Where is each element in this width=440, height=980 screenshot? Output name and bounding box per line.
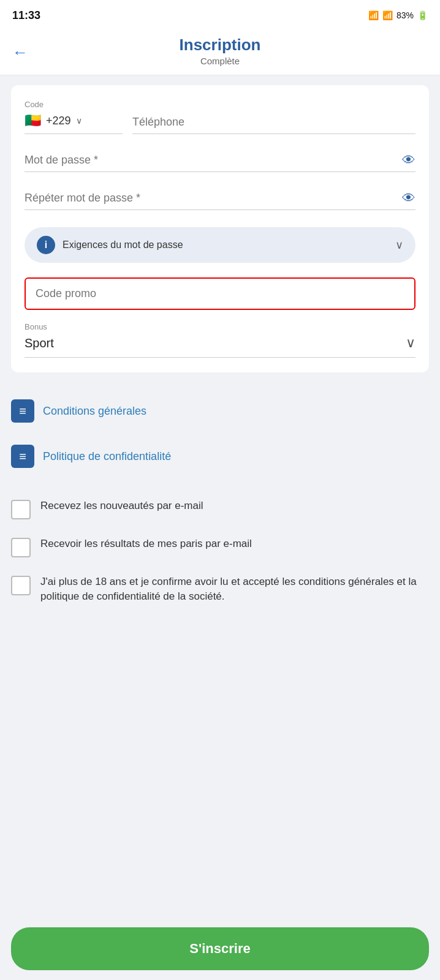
req-chevron-icon: ∨ — [395, 238, 403, 252]
bonus-label: Bonus — [25, 322, 415, 331]
flag-icon: 🇧🇯 — [25, 113, 41, 129]
repeat-password-input[interactable] — [25, 189, 415, 210]
phone-input-section — [132, 113, 415, 134]
repeat-password-eye-icon[interactable]: 👁 — [402, 190, 415, 206]
promo-code-input[interactable] — [36, 287, 404, 300]
password-field-row: 👁 — [25, 151, 415, 172]
checkbox-row-newsletter: Recevez les nouveautés par e-mail — [11, 490, 429, 528]
code-section: Code 🇧🇯 +229 ∨ — [25, 100, 123, 134]
country-chevron-icon: ∨ — [76, 116, 82, 126]
info-icon: i — [37, 236, 55, 254]
checkbox-row-results: Recevoir les résultats de mes paris par … — [11, 528, 429, 566]
country-code-selector[interactable]: 🇧🇯 +229 ∨ — [25, 113, 123, 134]
page-title: Inscription — [180, 36, 261, 55]
privacy-link[interactable]: Politique de confidentialité — [43, 450, 171, 463]
checkboxes-section: Recevez les nouveautés par e-mail Recevo… — [0, 485, 440, 617]
main-content: Code 🇧🇯 +229 ∨ 👁 👁 i — [0, 85, 440, 728]
links-section: ≡ Conditions générales ≡ Politique de co… — [0, 382, 440, 485]
results-label: Recevoir les résultats de mes paris par … — [40, 537, 252, 551]
back-button[interactable]: ← — [12, 43, 28, 62]
password-req-text: Exigences du mot de passe — [63, 239, 183, 251]
battery-icon: 🔋 — [417, 10, 428, 20]
status-icons: 📶 📶 83% 🔋 — [368, 10, 428, 20]
status-bar: 11:33 📶 📶 83% 🔋 — [0, 0, 440, 29]
newsletter-checkbox[interactable] — [11, 500, 31, 519]
bonus-value: Sport — [25, 336, 54, 350]
age-label: J'ai plus de 18 ans et je confirme avoir… — [40, 575, 429, 604]
form-card: Code 🇧🇯 +229 ∨ 👁 👁 i — [11, 85, 429, 372]
bottom-spacer — [0, 617, 440, 666]
newsletter-label: Recevez les nouveautés par e-mail — [40, 499, 203, 513]
register-button[interactable]: S'inscrire — [11, 927, 429, 970]
repeat-password-field-row: 👁 — [25, 189, 415, 210]
header: ← Inscription Complète — [0, 29, 440, 75]
phone-row: Code 🇧🇯 +229 ∨ — [25, 100, 415, 134]
wifi-icon: 📶 — [368, 10, 379, 20]
privacy-row: ≡ Politique de confidentialité — [11, 434, 429, 479]
password-eye-icon[interactable]: 👁 — [402, 153, 415, 168]
phone-input[interactable] — [132, 113, 415, 134]
battery-text: 83% — [396, 10, 414, 20]
country-code-value: +229 — [46, 115, 71, 127]
status-time: 11:33 — [12, 9, 40, 22]
checkbox-row-age: J'ai plus de 18 ans et je confirme avoir… — [11, 566, 429, 612]
promo-code-field — [25, 277, 415, 310]
code-label: Code — [25, 100, 123, 109]
bonus-section: Bonus Sport ∨ — [25, 322, 415, 358]
page-subtitle: Complète — [200, 56, 240, 66]
conditions-link[interactable]: Conditions générales — [43, 405, 146, 418]
conditions-row: ≡ Conditions générales — [11, 388, 429, 434]
password-input[interactable] — [25, 151, 415, 172]
signal-icon: 📶 — [382, 10, 393, 20]
bonus-chevron-icon: ∨ — [406, 335, 415, 351]
password-requirements-row[interactable]: i Exigences du mot de passe ∨ — [25, 227, 415, 263]
conditions-doc-icon: ≡ — [11, 399, 34, 423]
privacy-doc-icon: ≡ — [11, 445, 34, 468]
bonus-selector[interactable]: Sport ∨ — [25, 335, 415, 358]
age-checkbox[interactable] — [11, 576, 31, 595]
results-checkbox[interactable] — [11, 538, 31, 557]
